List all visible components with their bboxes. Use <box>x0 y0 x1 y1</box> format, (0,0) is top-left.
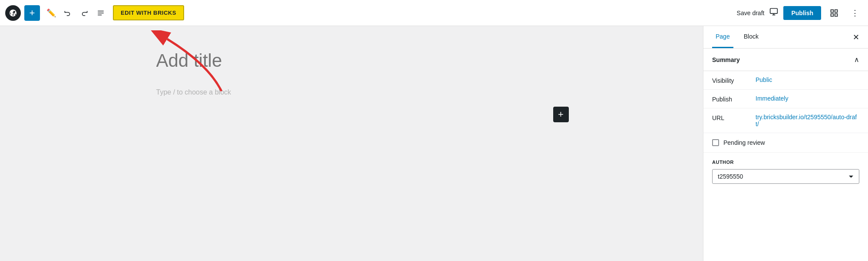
svg-rect-3 <box>770 9 778 14</box>
add-block-inline-button[interactable]: + <box>553 107 569 122</box>
save-draft-button[interactable]: Save draft <box>737 10 765 16</box>
toolbar-right: Save draft Publish ⋮ <box>737 5 863 21</box>
add-block-toolbar-button[interactable]: + <box>24 5 40 21</box>
svg-rect-6 <box>831 10 834 12</box>
summary-section: Summary ∧ Visibility Public Publish Imme… <box>703 49 868 191</box>
publish-value[interactable]: Immediately <box>756 95 788 102</box>
url-label: URL <box>712 114 756 121</box>
svg-rect-7 <box>835 10 838 12</box>
main-layout: Type / to choose a block + Page Block <box>0 26 868 261</box>
pending-review-row: Pending review <box>703 133 868 153</box>
redo-button[interactable] <box>76 5 92 21</box>
toolbar: + ✏️ EDIT WITH BRICKS Save draft Publish… <box>0 0 868 26</box>
pen-tool-button[interactable]: ✏️ <box>43 5 59 21</box>
author-section: AUTHOR t2595550 <box>703 153 868 191</box>
undo-button[interactable] <box>60 5 76 21</box>
tab-block[interactable]: Block <box>740 26 762 48</box>
svg-rect-9 <box>835 13 838 16</box>
editor-area: Type / to choose a block + <box>0 26 703 261</box>
publish-label: Publish <box>712 95 756 103</box>
url-row: URL try.bricksbuilder.io/t2595550/auto-d… <box>703 108 868 133</box>
author-label: AUTHOR <box>712 160 859 165</box>
svg-rect-8 <box>831 13 834 16</box>
preview-button[interactable] <box>769 7 778 18</box>
visibility-label: Visibility <box>712 76 756 84</box>
summary-section-header[interactable]: Summary ∧ <box>703 49 868 71</box>
wp-logo <box>5 5 21 21</box>
url-value[interactable]: try.bricksbuilder.io/t2595550/auto-draft… <box>756 114 859 127</box>
summary-title: Summary <box>712 56 740 63</box>
publish-row: Publish Immediately <box>703 90 868 108</box>
list-view-button[interactable] <box>93 5 109 21</box>
settings-button[interactable] <box>826 5 842 21</box>
pending-review-checkbox[interactable] <box>712 139 719 146</box>
tab-page[interactable]: Page <box>712 26 733 48</box>
author-select[interactable]: t2595550 <box>712 169 859 184</box>
block-placeholder[interactable]: Type / to choose a block <box>156 85 547 100</box>
url-link[interactable]: try.bricksbuilder.io/t2595550/auto-draft… <box>756 114 857 127</box>
page-title-input[interactable] <box>156 47 547 75</box>
visibility-row: Visibility Public <box>703 71 868 90</box>
sidebar: Page Block ✕ Summary ∧ Visibility Public… <box>703 26 868 261</box>
chevron-up-icon: ∧ <box>854 55 859 64</box>
publish-button[interactable]: Publish <box>783 6 821 20</box>
sidebar-tabs: Page Block ✕ <box>703 26 868 49</box>
edit-with-bricks-button[interactable]: EDIT WITH BRICKS <box>113 5 184 20</box>
visibility-value[interactable]: Public <box>756 76 772 83</box>
pending-review-label: Pending review <box>723 139 765 146</box>
editor-canvas: Type / to choose a block + <box>156 47 547 100</box>
sidebar-close-button[interactable]: ✕ <box>853 33 859 42</box>
more-options-button[interactable]: ⋮ <box>847 5 863 21</box>
wordpress-icon <box>9 9 17 17</box>
